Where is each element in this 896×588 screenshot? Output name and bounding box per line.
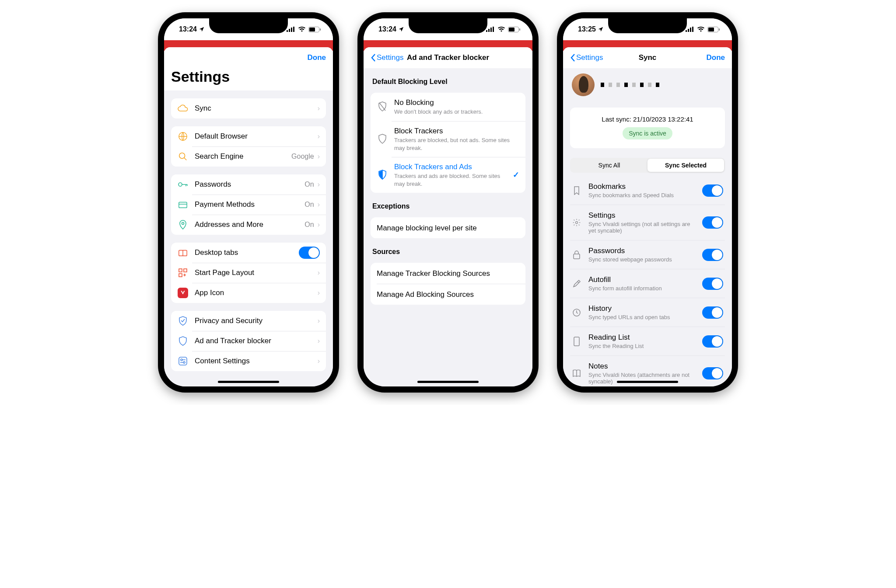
sync-mode-segmented[interactable]: Sync All Sync Selected: [570, 158, 725, 173]
cellular-icon: [486, 27, 495, 32]
phone-frame-settings: 13:24 Done Settings: [158, 12, 339, 393]
settings-row-content-settings[interactable]: Content Settings ›: [171, 351, 326, 371]
chevron-icon: ›: [318, 317, 320, 325]
chevron-icon: ›: [318, 181, 320, 188]
toggle-bookmarks[interactable]: [702, 184, 723, 197]
settings-row-start-page-layout[interactable]: Start Page Layout ›: [171, 263, 326, 283]
profile-row[interactable]: [570, 68, 725, 104]
chevron-icon: ›: [318, 357, 320, 365]
svg-rect-34: [574, 254, 580, 259]
tabs-icon: [177, 249, 189, 257]
globe-icon: [177, 132, 189, 141]
home-indicator[interactable]: [617, 381, 678, 383]
row-label: Manage Ad Blocking Sources: [377, 290, 519, 299]
sync-row-autofill: AutofillSync form autofill information: [570, 269, 725, 298]
svg-rect-32: [719, 28, 720, 31]
battery-icon: [508, 27, 520, 32]
wifi-icon: [697, 27, 705, 32]
blocking-option-none[interactable]: No Blocking We don't block any ads or tr…: [371, 93, 525, 121]
page-title: Sync: [639, 53, 657, 62]
sync-row-passwords: PasswordsSync stored webpage passwords: [570, 240, 725, 269]
row-sub: Sync form autofill information: [588, 285, 695, 292]
done-button[interactable]: Done: [700, 47, 732, 68]
toggle-passwords[interactable]: [702, 249, 723, 261]
notch: [209, 18, 288, 33]
row-label: App Icon: [195, 288, 312, 297]
shield-off-icon: [377, 101, 388, 112]
sync-row-bookmarks: BookmarksSync bookmarks and Speed Dials: [570, 176, 725, 205]
svg-rect-6: [320, 28, 321, 31]
svg-rect-2: [291, 28, 292, 32]
settings-row-desktop-tabs[interactable]: Desktop tabs: [171, 243, 326, 263]
svg-rect-1: [289, 29, 290, 32]
row-label: Privacy and Security: [195, 316, 312, 325]
svg-point-18: [183, 362, 185, 363]
toggle-autofill[interactable]: [702, 278, 723, 290]
toggle-notes[interactable]: [702, 367, 723, 379]
chevron-icon: ›: [318, 221, 320, 229]
toggle-desktop-tabs[interactable]: [299, 247, 320, 259]
svg-rect-24: [509, 28, 514, 31]
home-indicator[interactable]: [218, 381, 279, 383]
settings-row-addresses[interactable]: Addresses and More On›: [171, 215, 326, 235]
shield-icon: [177, 336, 189, 346]
page-title: Ad and Tracker blocker: [407, 53, 489, 62]
option-title: No Blocking: [394, 98, 519, 107]
toggle-reading-list[interactable]: [702, 335, 723, 348]
sliders-icon: [177, 357, 189, 365]
history-icon: [572, 308, 581, 317]
settings-row-ad-tracker-blocker[interactable]: Ad and Tracker blocker ›: [171, 331, 326, 351]
wifi-icon: [497, 27, 505, 32]
shield-filled-icon: [377, 170, 388, 180]
search-icon: [177, 152, 189, 161]
row-label: Search Engine: [195, 152, 285, 161]
row-detail: On: [304, 221, 314, 229]
seg-sync-all[interactable]: Sync All: [571, 159, 648, 172]
svg-rect-10: [179, 202, 187, 208]
row-sub: Sync bookmarks and Speed Dials: [588, 192, 695, 198]
settings-row-search-engine[interactable]: Search Engine Google›: [171, 146, 326, 167]
svg-point-9: [178, 183, 182, 186]
back-button[interactable]: Settings: [563, 47, 610, 68]
battery-icon: [707, 27, 720, 32]
lock-icon: [572, 251, 581, 259]
toggle-settings[interactable]: [702, 216, 723, 229]
home-indicator[interactable]: [417, 381, 479, 383]
manage-exceptions-row[interactable]: Manage blocking level per site: [371, 217, 525, 238]
seg-sync-selected[interactable]: Sync Selected: [648, 159, 724, 172]
blocking-option-trackers[interactable]: Block Trackers Trackers are blocked, but…: [371, 121, 525, 157]
back-chevron-icon: [371, 53, 376, 62]
svg-rect-19: [486, 30, 487, 32]
toggle-history[interactable]: [702, 306, 723, 319]
back-button[interactable]: Settings: [364, 47, 410, 68]
section-sources: Sources: [371, 238, 525, 259]
settings-row-sync[interactable]: Sync ›: [171, 98, 326, 118]
row-label: Notes: [588, 362, 695, 371]
row-label: Addresses and More: [195, 220, 298, 229]
svg-rect-36: [574, 337, 579, 346]
svg-rect-22: [493, 27, 494, 32]
username-redacted: [601, 83, 723, 87]
settings-row-app-icon[interactable]: App Icon ›: [171, 283, 326, 303]
row-label: Manage Tracker Blocking Sources: [377, 269, 519, 278]
back-label: Settings: [576, 53, 603, 62]
manage-ad-sources-row[interactable]: Manage Ad Blocking Sources: [371, 284, 525, 305]
settings-row-payment-methods[interactable]: Payment Methods On›: [171, 195, 326, 215]
sync-status-card: Last sync: 21/10/2023 13:22:41 Sync is a…: [570, 108, 725, 148]
notch: [409, 18, 487, 33]
gear-icon: [572, 218, 581, 227]
svg-rect-15: [179, 274, 182, 277]
row-label: Manage blocking level per site: [377, 223, 519, 233]
battery-icon: [308, 27, 321, 32]
done-button[interactable]: Done: [301, 47, 333, 68]
settings-row-passwords[interactable]: Passwords On›: [171, 174, 326, 195]
blocking-option-trackers-ads[interactable]: Block Trackers and Ads Trackers and ads …: [371, 157, 525, 193]
manage-tracker-sources-row[interactable]: Manage Tracker Blocking Sources: [371, 263, 525, 284]
location-icon: [398, 26, 404, 32]
option-sub: Trackers and ads are blocked. Some sites…: [394, 172, 507, 188]
row-sub: Sync typed URLs and open tabs: [588, 314, 695, 320]
svg-rect-5: [309, 28, 315, 31]
location-icon: [598, 26, 604, 32]
settings-row-privacy-security[interactable]: Privacy and Security ›: [171, 311, 326, 331]
settings-row-default-browser[interactable]: Default Browser ›: [171, 126, 326, 146]
